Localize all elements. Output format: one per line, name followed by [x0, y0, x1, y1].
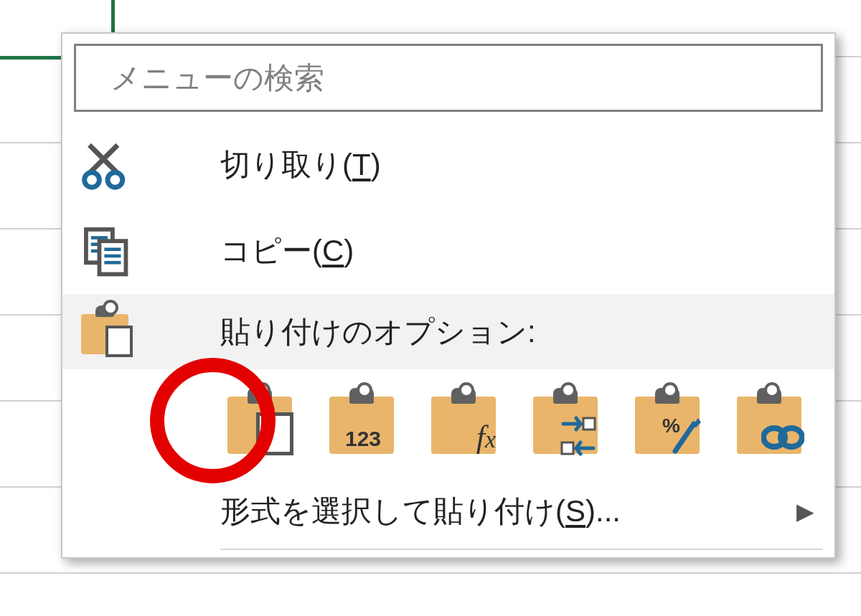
- cut-label-post: ): [371, 148, 381, 182]
- svg-rect-13: [562, 442, 573, 454]
- paste-formulas-button[interactable]: fx: [424, 382, 503, 461]
- paste-link-button[interactable]: [730, 382, 809, 461]
- copy-menu-item[interactable]: コピー(C): [62, 208, 834, 294]
- copy-hotkey: C: [322, 234, 344, 268]
- svg-point-3: [108, 172, 123, 187]
- paste-special-hotkey: S: [565, 494, 585, 528]
- paste-options-label: 貼り付けのオプション:: [141, 312, 536, 352]
- paste-special-label-pre: 形式を選択して貼り付け(: [220, 494, 565, 528]
- context-menu: メニューの検索 切り取り(T): [61, 32, 836, 559]
- cut-label-pre: 切り取り(: [220, 145, 352, 185]
- menu-separator: [220, 549, 823, 550]
- scissors-icon: [73, 138, 141, 191]
- copy-label-post: ): [344, 234, 354, 268]
- menu-search-input[interactable]: メニューの検索: [74, 44, 823, 112]
- copy-label-pre: コピー(: [220, 231, 322, 271]
- paste-options-header: 貼り付けのオプション:: [62, 294, 834, 369]
- paste-transpose-overlay: [557, 415, 599, 457]
- svg-rect-12: [583, 418, 595, 430]
- paste-button[interactable]: [220, 382, 299, 461]
- paste-special-label-post: )...: [585, 494, 621, 528]
- svg-point-2: [84, 172, 99, 187]
- paste-link-overlay: [761, 422, 804, 455]
- paste-formulas-overlay: fx: [476, 419, 496, 455]
- paste-transpose-button[interactable]: [526, 382, 605, 461]
- paste-special-menu-item[interactable]: 形式を選択して貼り付け(S)... ▶: [62, 473, 834, 549]
- copy-icon: [73, 224, 141, 278]
- paste-values-overlay: 123: [345, 427, 381, 451]
- paste-formatting-overlay: %: [659, 414, 702, 457]
- svg-text:%: %: [662, 414, 680, 437]
- cut-menu-item[interactable]: 切り取り(T): [62, 122, 834, 208]
- submenu-arrow-icon: ▶: [796, 498, 814, 525]
- paste-options-row: 123 fx: [62, 369, 834, 473]
- cut-hotkey: T: [352, 148, 371, 182]
- paste-formatting-button[interactable]: %: [628, 382, 707, 461]
- paste-icon: [73, 305, 141, 359]
- paste-values-button[interactable]: 123: [322, 382, 401, 461]
